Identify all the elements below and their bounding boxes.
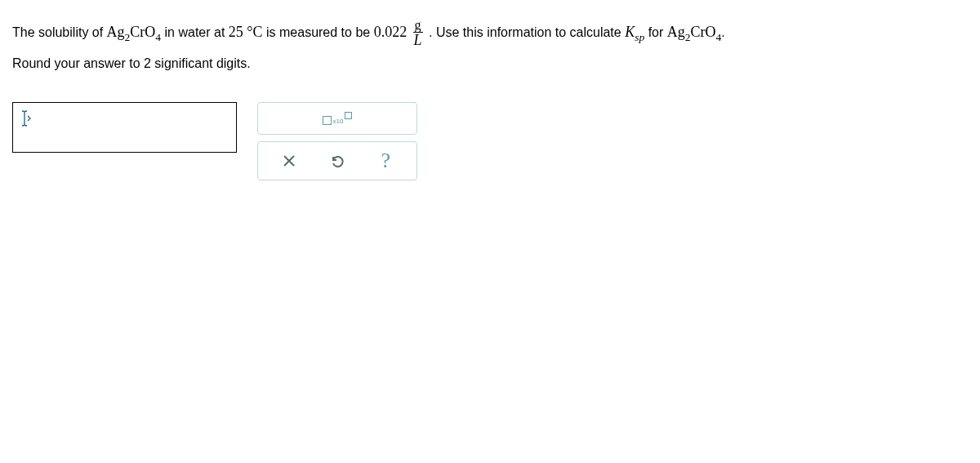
sci-notation-button[interactable]: x10 — [257, 102, 417, 135]
tools-panel: x10 ? — [257, 102, 417, 180]
q-part2: in water at — [165, 25, 229, 39]
reset-button[interactable] — [328, 152, 346, 170]
sci-notation-icon: x10 — [323, 112, 353, 125]
ksp-symbol: Ksp — [625, 24, 644, 40]
help-button[interactable]: ? — [376, 152, 394, 170]
unit-denominator: L — [412, 33, 424, 49]
compound-1: Ag2CrO4 — [107, 24, 162, 40]
compound-2: Ag2CrO4 — [667, 24, 722, 40]
close-icon — [281, 153, 297, 169]
clear-button[interactable] — [280, 152, 298, 170]
q-part4: . Use this information to calculate — [429, 25, 625, 39]
q-part5: for — [648, 25, 667, 39]
answer-area: x10 ? — [12, 102, 968, 180]
q-part6: . — [721, 25, 724, 39]
unit-fraction: g L — [412, 18, 424, 49]
action-buttons-row: ? — [257, 141, 417, 180]
question-mark-icon: ? — [381, 149, 391, 173]
text-cursor-icon — [20, 109, 31, 127]
round-instruction: Round your answer to 2 significant digit… — [12, 56, 251, 70]
solubility-value: 0.022 — [374, 24, 408, 40]
answer-input[interactable] — [12, 102, 237, 153]
temperature: 25 °C — [229, 24, 263, 40]
question-text: The solubility of Ag2CrO4 in water at 25… — [12, 16, 968, 78]
undo-icon — [329, 153, 345, 169]
unit-numerator: g — [413, 18, 423, 33]
q-part3: is measured to be — [266, 25, 374, 39]
q-part1: The solubility of — [12, 25, 107, 39]
